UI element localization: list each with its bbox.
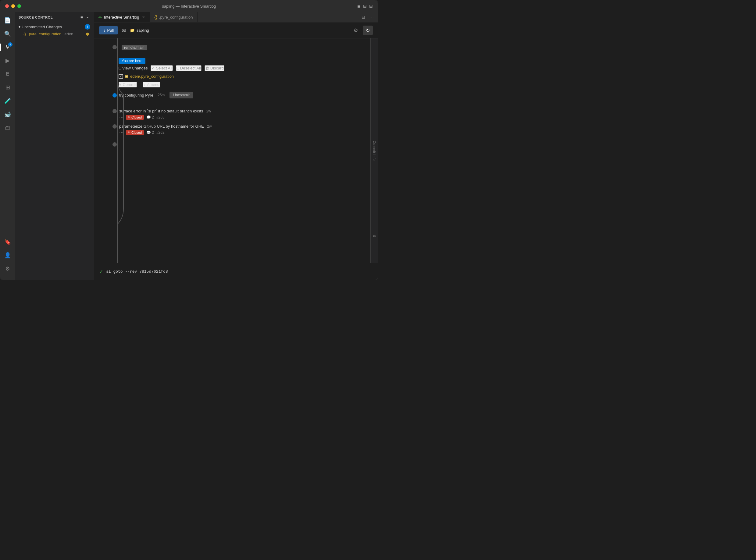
smartlog-tab-close[interactable]: ✕ <box>141 15 146 20</box>
window-controls[interactable] <box>5 4 21 8</box>
surface-error-title: surface error in `sl pr` if no default b… <box>119 109 203 113</box>
tab-bar: ✏ Interactive Smartlog ✕ {} .pyre_config… <box>94 12 378 23</box>
uncommitted-actions: □ View Changes ✓ Select All <box>119 65 370 87</box>
source-control-badge: 1 <box>8 42 13 47</box>
sidebar-toggle-icon[interactable]: ▣ <box>357 4 361 8</box>
remote-icon: 🖥 <box>5 71 10 77</box>
edit-icon: ✏ <box>373 234 376 239</box>
sidebar-title: SOURCE CONTROL <box>19 16 53 19</box>
activity-bar: 📄 🔍 ⑂ 1 ▶ 🖥 ⊞ 🧪 🐋 🗃 🔖 <box>0 12 15 280</box>
refresh-button[interactable]: ↻ <box>363 25 373 35</box>
surface-error-time: 2w <box>206 109 211 113</box>
activity-search[interactable]: 🔍 <box>1 28 14 40</box>
parameterize-github-dot <box>113 124 117 128</box>
tab-bar-right: ⊟ ⋯ <box>360 14 378 20</box>
terminal-success-icon: ✓ <box>99 269 103 275</box>
deselect-all-btn[interactable]: □ Deselect All <box>176 65 201 71</box>
activity-account[interactable]: 👤 <box>1 249 14 261</box>
split-editor-btn[interactable]: ⊟ <box>360 14 367 20</box>
graph-area: remote/main You are here <box>94 38 378 263</box>
activity-bookmarks[interactable]: 🔖 <box>1 236 14 248</box>
commit-surface-error: surface error in `sl pr` if no default b… <box>94 106 370 120</box>
status-bar: ✕ ⊘ 0 ⚠ 0 ✓ Prettier 📡 🔔 <box>0 280 378 280</box>
database-icon: 🗃 <box>5 125 11 131</box>
pull-button[interactable]: ↓ Pull <box>99 26 118 35</box>
activity-run[interactable]: ▶ <box>1 55 14 67</box>
file-checkbox[interactable]: ✓ <box>119 74 123 79</box>
smartlog-tab-icon: ✏ <box>98 15 102 20</box>
deselect-icon: □ <box>176 66 179 71</box>
close-button[interactable] <box>5 4 9 8</box>
activity-settings[interactable]: ⚙ <box>1 263 14 275</box>
select-all-label: Select All <box>156 66 172 71</box>
uncommitted-count-badge: 1 <box>85 24 90 29</box>
view-changes-btn[interactable]: □ View Changes <box>119 66 148 71</box>
activity-explorer[interactable]: 📄 <box>1 14 14 26</box>
surface-error-pr-row: ⋯ ⑂ Closed 💬 2 #263 <box>119 115 211 120</box>
tab-pyre-configuration[interactable]: {} .pyre_configuration <box>150 12 197 22</box>
more-tab-actions-btn[interactable]: ⋯ <box>368 14 375 20</box>
editor-area: ✏ Interactive Smartlog ✕ {} .pyre_config… <box>94 12 378 280</box>
folder-icon: 📁 <box>130 28 135 33</box>
file-modified-indicator <box>86 33 89 36</box>
comment-icon-263: 💬 <box>146 115 151 119</box>
uncommitted-header[interactable]: ▾ Uncommitted Changes 1 <box>17 23 92 31</box>
split-editor-icon[interactable]: ⊟ <box>363 4 367 8</box>
uncommitted-file-name[interactable]: eden/.pyre_configuration <box>130 74 174 79</box>
chevron-down-icon: ▾ <box>19 25 20 29</box>
titlebar-right-icons: ▣ ⊟ ⊞ <box>357 4 373 8</box>
file-item-pyre[interactable]: {} .pyre_configuration eden <box>17 31 92 37</box>
pyre-tab-label: .pyre_configuration <box>159 15 193 20</box>
commit-amend-row: + Commit ↓ Amend <box>119 82 370 87</box>
toolbar-time: 6d <box>122 28 126 33</box>
amend-label: Amend <box>147 82 159 87</box>
commit-info-sidebar[interactable]: Commit Info ✏ <box>370 38 378 263</box>
minimize-button[interactable] <box>11 4 15 8</box>
more-actions-icon[interactable]: ⋯ <box>85 14 90 20</box>
terminal-area: ✓ sl goto --rev 7815d7621fd8 <box>94 263 378 280</box>
graph-main: remote/main You are here <box>94 38 370 263</box>
maximize-button[interactable] <box>17 4 21 8</box>
uncommitted-section: ▾ Uncommitted Changes 1 {} .pyre_configu… <box>15 23 94 37</box>
graph-node-remote-main: remote/main <box>94 41 370 52</box>
discard-btn[interactable]: 🗑 Discard <box>205 65 225 71</box>
repo-name: sapling <box>137 28 149 33</box>
pr-comments-263: 💬 2 <box>146 115 154 119</box>
discard-label: Discard <box>210 66 224 71</box>
activity-remote[interactable]: 🖥 <box>1 68 14 80</box>
activity-database[interactable]: 🗃 <box>1 122 14 134</box>
comment-icon-262: 💬 <box>146 131 151 135</box>
trash-icon: 🗑 <box>205 66 209 71</box>
tab-interactive-smartlog[interactable]: ✏ Interactive Smartlog ✕ <box>94 12 150 22</box>
comment-count-262: 2 <box>152 131 154 135</box>
commit-info-label: Commit Info <box>372 141 376 161</box>
smartlog-tab-label: Interactive Smartlog <box>104 15 139 20</box>
commit-title-try-pyre: try configuring Pyre <box>119 93 153 98</box>
toolbar-repo: 📁 sapling <box>130 28 149 33</box>
activity-docker[interactable]: 🐋 <box>1 108 14 120</box>
activity-test[interactable]: 🧪 <box>1 95 14 107</box>
graph-spacer-1 <box>94 100 370 106</box>
remote-main-dot <box>113 45 117 49</box>
checkmark-icon: ✓ <box>151 66 155 71</box>
settings-gear-btn[interactable]: ⚙ <box>352 26 359 35</box>
closed-label-263: Closed <box>131 116 142 119</box>
commit-button[interactable]: + Commit <box>119 82 137 87</box>
parameterize-github-time: 2w <box>207 124 212 128</box>
explorer-icon: 📄 <box>4 17 11 24</box>
commit-try-configuring-pyre: try configuring Pyre 25m Uncommit <box>94 87 370 100</box>
surface-error-dot <box>113 109 117 113</box>
file-name: .pyre_configuration <box>28 32 62 36</box>
bookmarks-icon: 🔖 <box>4 239 11 245</box>
activity-source-control[interactable]: ⑂ 1 <box>1 41 14 53</box>
list-view-icon[interactable]: ≡ <box>80 14 83 20</box>
file-type-icon: {} <box>23 32 26 36</box>
terminal-command: sl goto --rev 7815d7621fd8 <box>106 269 168 274</box>
run-icon: ▶ <box>5 57 10 64</box>
select-all-btn[interactable]: ✓ Select All <box>151 65 173 71</box>
activity-extensions[interactable]: ⊞ <box>1 81 14 94</box>
uncommit-button[interactable]: Uncommit <box>170 92 193 98</box>
commit-label: Commit <box>123 82 137 87</box>
layout-icon[interactable]: ⊞ <box>369 4 373 8</box>
amend-button[interactable]: ↓ Amend <box>143 82 160 87</box>
